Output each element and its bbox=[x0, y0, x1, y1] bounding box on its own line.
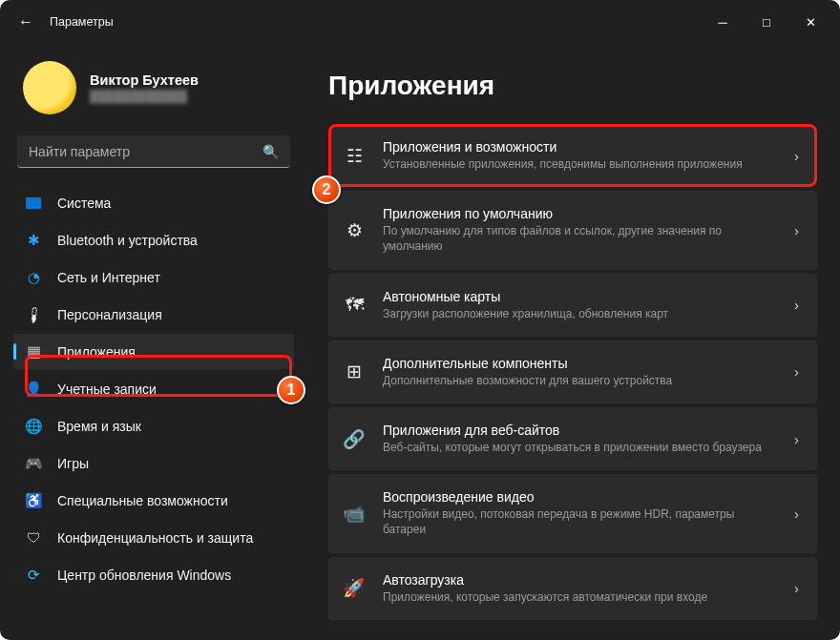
window-controls: ─ □ ✕ bbox=[701, 7, 832, 37]
chevron-right-icon: › bbox=[794, 363, 799, 380]
chevron-right-icon: › bbox=[794, 506, 799, 522]
sidebar-item-label: Специальные возможности bbox=[57, 493, 228, 508]
person-icon: 👤 bbox=[25, 381, 42, 398]
card-subtitle: Приложения, которые запускаются автомати… bbox=[383, 589, 777, 605]
card-body: Приложения по умолчанию По умолчанию для… bbox=[383, 206, 777, 254]
sidebar-item-privacy[interactable]: 🛡 Конфиденциальность и защита bbox=[13, 520, 294, 555]
annotation-badge-2: 2 bbox=[312, 175, 341, 204]
profile-block[interactable]: Виктор Бухтеев ████████████ bbox=[10, 44, 298, 132]
sidebar-item-accounts[interactable]: 👤 Учетные записи bbox=[13, 371, 294, 406]
chevron-right-icon: › bbox=[794, 431, 799, 447]
shield-icon: 🛡 bbox=[25, 529, 42, 547]
list-icon: ☷ bbox=[343, 145, 366, 167]
window-title: Параметры bbox=[50, 15, 114, 29]
search-icon: 🔍 bbox=[262, 144, 279, 159]
sidebar-item-label: Учетные записи bbox=[57, 382, 157, 397]
window-body: Виктор Бухтеев ████████████ 🔍 Система ✱ … bbox=[0, 44, 840, 640]
back-arrow-icon: ← bbox=[18, 13, 33, 31]
sidebar-item-windows-update[interactable]: ⟳ Центр обновления Windows bbox=[13, 557, 294, 592]
map-icon: 🗺 bbox=[343, 295, 366, 316]
profile-email: ████████████ bbox=[90, 90, 199, 103]
nav-list: Система ✱ Bluetooth и устройства ◔ Сеть … bbox=[10, 185, 298, 592]
card-subtitle: По умолчанию для типов файлов и ссылок, … bbox=[383, 223, 777, 254]
sidebar-item-label: Система bbox=[57, 196, 111, 211]
clock-globe-icon: 🌐 bbox=[25, 418, 42, 435]
sidebar-item-label: Сеть и Интернет bbox=[57, 270, 160, 285]
card-default-apps[interactable]: ⚙ Приложения по умолчанию По умолчанию д… bbox=[328, 191, 817, 269]
close-icon: ✕ bbox=[806, 15, 816, 30]
card-startup[interactable]: 🚀 Автозагрузка Приложения, которые запус… bbox=[328, 557, 817, 620]
card-body: Дополнительные компоненты Дополнительные… bbox=[383, 356, 777, 388]
maximize-icon: □ bbox=[763, 15, 770, 30]
close-button[interactable]: ✕ bbox=[788, 7, 832, 37]
page-title: Приложения bbox=[328, 71, 817, 101]
maximize-button[interactable]: □ bbox=[745, 7, 788, 37]
sidebar-item-label: Приложения bbox=[57, 344, 136, 360]
card-subtitle: Веб-сайты, которые могут открываться в п… bbox=[383, 440, 777, 455]
minimize-button[interactable]: ─ bbox=[701, 7, 745, 37]
back-button[interactable]: ← bbox=[8, 4, 44, 40]
card-list: ☷ Приложения и возможности Установленные… bbox=[328, 124, 817, 620]
sidebar: Виктор Бухтеев ████████████ 🔍 Система ✱ … bbox=[0, 44, 307, 640]
profile-text: Виктор Бухтеев ████████████ bbox=[90, 72, 199, 103]
chevron-right-icon: › bbox=[794, 222, 799, 238]
sidebar-item-bluetooth[interactable]: ✱ Bluetooth и устройства bbox=[13, 222, 294, 258]
card-offline-maps[interactable]: 🗺 Автономные карты Загрузки расположение… bbox=[328, 274, 817, 337]
grid-plus-icon: ⊞ bbox=[343, 361, 366, 382]
search-input[interactable] bbox=[29, 144, 262, 159]
card-apps-for-websites[interactable]: 🔗 Приложения для веб-сайтов Веб-сайты, к… bbox=[328, 407, 817, 470]
card-subtitle: Настройки видео, потоковая передача в ре… bbox=[383, 506, 777, 537]
chevron-right-icon: › bbox=[794, 297, 799, 313]
sidebar-item-accessibility[interactable]: ♿ Специальные возможности bbox=[13, 483, 294, 518]
card-title: Приложения и возможности bbox=[383, 139, 777, 155]
sidebar-item-label: Время и язык bbox=[57, 419, 141, 434]
card-body: Автозагрузка Приложения, которые запуска… bbox=[383, 572, 777, 605]
card-title: Автономные карты bbox=[383, 289, 777, 304]
card-title: Воспроизведение видео bbox=[383, 489, 777, 505]
card-optional-features[interactable]: ⊞ Дополнительные компоненты Дополнительн… bbox=[328, 341, 817, 403]
sidebar-item-system[interactable]: Система bbox=[13, 185, 294, 220]
card-body: Воспроизведение видео Настройки видео, п… bbox=[383, 489, 777, 537]
brush-icon: 🖌 bbox=[21, 302, 45, 326]
card-subtitle: Загрузки расположение хранилища, обновле… bbox=[383, 306, 777, 321]
card-title: Автозагрузка bbox=[383, 572, 777, 588]
update-icon: ⟳ bbox=[25, 567, 42, 584]
avatar bbox=[23, 61, 76, 114]
chevron-right-icon: › bbox=[794, 148, 799, 164]
search-field[interactable]: 🔍 bbox=[17, 135, 290, 168]
card-title: Приложения для веб-сайтов bbox=[383, 423, 777, 438]
sidebar-item-apps[interactable]: ▦ Приложения bbox=[13, 334, 294, 369]
settings-window: ← Параметры ─ □ ✕ Виктор Бухтеев ███████… bbox=[0, 0, 840, 640]
bluetooth-icon: ✱ bbox=[25, 232, 42, 249]
sidebar-item-personalization[interactable]: 🖌 Персонализация bbox=[13, 297, 294, 332]
accessibility-icon: ♿ bbox=[25, 492, 42, 509]
card-body: Приложения и возможности Установленные п… bbox=[383, 139, 777, 172]
minimize-icon: ─ bbox=[718, 15, 726, 30]
card-title: Дополнительные компоненты bbox=[383, 356, 777, 371]
card-apps-and-features[interactable]: ☷ Приложения и возможности Установленные… bbox=[328, 124, 817, 187]
card-body: Приложения для веб-сайтов Веб-сайты, кот… bbox=[383, 423, 777, 455]
sidebar-item-label: Центр обновления Windows bbox=[57, 568, 231, 583]
main-content: Приложения ☷ Приложения и возможности Ус… bbox=[307, 44, 840, 640]
card-subtitle: Дополнительные возможности для вашего ус… bbox=[383, 373, 777, 388]
apps-icon: ▦ bbox=[25, 343, 42, 361]
startup-icon: 🚀 bbox=[343, 577, 366, 599]
card-subtitle: Установленные приложения, псевдонимы вып… bbox=[383, 156, 777, 172]
sidebar-item-time-language[interactable]: 🌐 Время и язык bbox=[13, 408, 294, 444]
display-icon bbox=[25, 195, 42, 212]
default-apps-icon: ⚙ bbox=[343, 219, 366, 241]
sidebar-item-network[interactable]: ◔ Сеть и Интернет bbox=[13, 259, 294, 295]
card-video-playback[interactable]: 📹 Воспроизведение видео Настройки видео,… bbox=[328, 474, 817, 552]
sidebar-item-gaming[interactable]: 🎮 Игры bbox=[13, 445, 294, 481]
titlebar: ← Параметры ─ □ ✕ bbox=[0, 0, 840, 44]
annotation-badge-1: 1 bbox=[277, 376, 305, 404]
profile-name: Виктор Бухтеев bbox=[90, 72, 199, 88]
chevron-right-icon: › bbox=[794, 580, 799, 596]
sidebar-item-label: Игры bbox=[57, 456, 89, 471]
card-title: Приложения по умолчанию bbox=[383, 206, 777, 221]
card-body: Автономные карты Загрузки расположение х… bbox=[383, 289, 777, 321]
website-apps-icon: 🔗 bbox=[343, 428, 366, 450]
sidebar-item-label: Персонализация bbox=[57, 307, 162, 322]
gamepad-icon: 🎮 bbox=[25, 455, 42, 472]
video-icon: 📹 bbox=[343, 503, 366, 525]
